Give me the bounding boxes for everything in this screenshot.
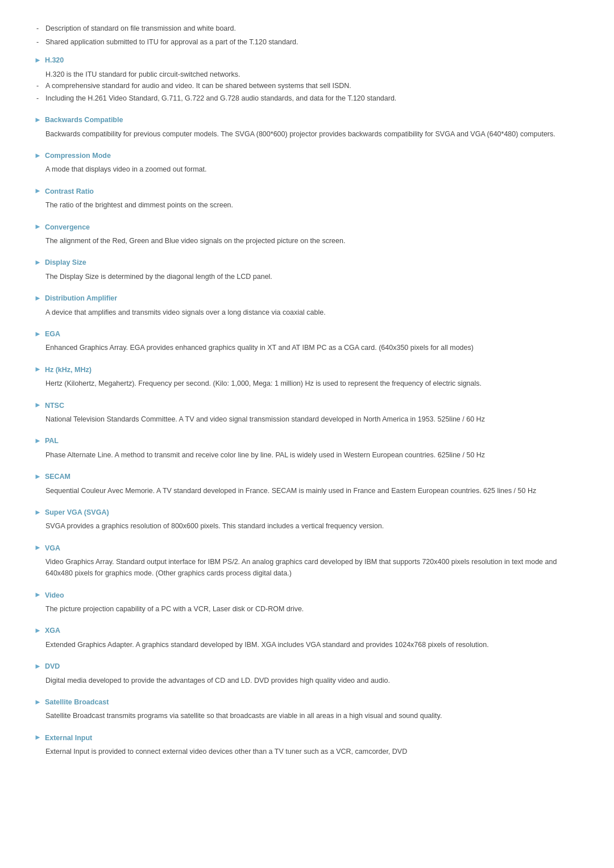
term-header-contrast-ratio: ►Contrast Ratio xyxy=(34,185,580,197)
term-title-distribution-amplifier: Distribution Amplifier xyxy=(45,293,117,304)
term-title-contrast-ratio: Contrast Ratio xyxy=(45,186,94,197)
term-block-dvd: ►DVDDigital media developed to provide t… xyxy=(34,661,580,686)
intro-bullet-1: Description of standard on file transmis… xyxy=(34,23,580,34)
term-header-ntsc: ►NTSC xyxy=(34,399,580,411)
term-desc-backwards-compatible: Backwards compatibility for previous com… xyxy=(34,128,580,140)
arrow-icon-video: ► xyxy=(34,589,42,601)
term-block-external-input: ►External InputExternal Input is provide… xyxy=(34,732,580,757)
term-header-satellite-broadcast: ►Satellite Broadcast xyxy=(34,696,580,708)
term-desc-video: The picture projection capability of a P… xyxy=(34,603,580,615)
intro-bullet-2: Shared application submitted to ITU for … xyxy=(34,36,580,48)
term-block-display-size: ►Display SizeThe Display Size is determi… xyxy=(34,257,580,282)
term-title-super-vga: Super VGA (SVGA) xyxy=(45,507,109,518)
term-title-hz: Hz (kHz, MHz) xyxy=(45,364,92,375)
term-title-video: Video xyxy=(45,590,64,601)
term-block-backwards-compatible: ►Backwards CompatibleBackwards compatibi… xyxy=(34,114,580,140)
term-desc-convergence: The alignment of the Red, Green and Blue… xyxy=(34,235,580,247)
arrow-icon-hz: ► xyxy=(34,364,42,375)
term-title-satellite-broadcast: Satellite Broadcast xyxy=(45,696,109,708)
arrow-icon-satellite-broadcast: ► xyxy=(34,696,42,708)
term-header-vga: ►VGA xyxy=(34,542,580,554)
arrow-icon-h320: ► xyxy=(34,55,42,66)
term-title-xga: XGA xyxy=(45,625,60,636)
term-title-convergence: Convergence xyxy=(45,222,90,233)
term-header-secam: ►SECAM xyxy=(34,471,580,483)
term-title-dvd: DVD xyxy=(45,661,60,672)
term-desc-satellite-broadcast: Satellite Broadcast transmits programs v… xyxy=(34,710,580,721)
arrow-icon-ega: ► xyxy=(34,328,42,340)
term-block-distribution-amplifier: ►Distribution AmplifierA device that amp… xyxy=(34,293,580,318)
term-block-compression-mode: ►Compression ModeA mode that displays vi… xyxy=(34,150,580,176)
arrow-icon-ntsc: ► xyxy=(34,399,42,411)
term-title-vga: VGA xyxy=(45,542,60,554)
term-desc-xga: Extended Graphics Adapter. A graphics st… xyxy=(34,639,580,650)
term-block-vga: ►VGAVideo Graphics Array. Standard outpu… xyxy=(34,542,580,579)
term-title-ntsc: NTSC xyxy=(45,400,64,411)
arrow-icon-display-size: ► xyxy=(34,257,42,269)
term-block-xga: ►XGAExtended Graphics Adapter. A graphic… xyxy=(34,625,580,650)
arrow-icon-backwards-compatible: ► xyxy=(34,114,42,126)
term-title-h320: H.320 xyxy=(45,55,64,66)
term-block-ntsc: ►NTSCNational Television Standards Commi… xyxy=(34,399,580,425)
term-title-secam: SECAM xyxy=(45,471,70,482)
term-title-compression-mode: Compression Mode xyxy=(45,150,111,161)
term-desc-distribution-amplifier: A device that amplifies and transmits vi… xyxy=(34,307,580,318)
term-title-ega: EGA xyxy=(45,328,60,340)
term-block-secam: ►SECAMSequential Couleur Avec Memorie. A… xyxy=(34,471,580,496)
term-title-pal: PAL xyxy=(45,435,59,446)
term-block-super-vga: ►Super VGA (SVGA)SVGA provides a graphic… xyxy=(34,507,580,532)
term-desc-external-input: External Input is provided to connect ex… xyxy=(34,746,580,757)
term-title-backwards-compatible: Backwards Compatible xyxy=(45,114,123,126)
term-desc-super-vga: SVGA provides a graphics resolution of 8… xyxy=(34,520,580,532)
term-header-dvd: ►DVD xyxy=(34,661,580,673)
arrow-icon-secam: ► xyxy=(34,471,42,483)
term-block-pal: ►PALPhase Alternate Line. A method to tr… xyxy=(34,435,580,461)
term-desc-secam: Sequential Couleur Avec Memorie. A TV st… xyxy=(34,485,580,496)
term-block-ega: ►EGAEnhanced Graphics Array. EGA provide… xyxy=(34,328,580,354)
arrow-icon-external-input: ► xyxy=(34,732,42,744)
term-block-video: ►VideoThe picture projection capability … xyxy=(34,589,580,615)
term-header-compression-mode: ►Compression Mode xyxy=(34,150,580,162)
term-desc-ega: Enhanced Graphics Array. EGA provides en… xyxy=(34,342,580,353)
term-desc-compression-mode: A mode that displays video in a zoomed o… xyxy=(34,164,580,175)
term-header-pal: ►PAL xyxy=(34,435,580,447)
term-desc-contrast-ratio: The ratio of the brightest and dimmest p… xyxy=(34,199,580,211)
term-desc-pal: Phase Alternate Line. A method to transm… xyxy=(34,449,580,461)
arrow-icon-pal: ► xyxy=(34,435,42,447)
term-block-convergence: ►ConvergenceThe alignment of the Red, Gr… xyxy=(34,221,580,247)
term-header-video: ►Video xyxy=(34,589,580,601)
term-header-display-size: ►Display Size xyxy=(34,257,580,269)
term-header-external-input: ►External Input xyxy=(34,732,580,744)
arrow-icon-compression-mode: ► xyxy=(34,150,42,162)
arrow-icon-dvd: ► xyxy=(34,661,42,673)
term-header-convergence: ►Convergence xyxy=(34,221,580,233)
term-header-backwards-compatible: ►Backwards Compatible xyxy=(34,114,580,126)
term-desc-display-size: The Display Size is determined by the di… xyxy=(34,271,580,282)
term-desc-hz: Hertz (Kilohertz, Megahertz). Frequency … xyxy=(34,378,580,389)
term-block-h320: ►H.320H.320 is the ITU standard for publ… xyxy=(34,55,580,104)
arrow-icon-distribution-amplifier: ► xyxy=(34,293,42,304)
term-header-h320: ►H.320 xyxy=(34,55,580,66)
arrow-icon-super-vga: ► xyxy=(34,507,42,519)
term-sub-item-h320-1: Including the H.261 Video Standard, G.71… xyxy=(34,93,580,104)
term-title-display-size: Display Size xyxy=(45,257,86,268)
arrow-icon-vga: ► xyxy=(34,542,42,554)
term-header-xga: ►XGA xyxy=(34,625,580,637)
term-block-satellite-broadcast: ►Satellite BroadcastSatellite Broadcast … xyxy=(34,696,580,722)
term-header-distribution-amplifier: ►Distribution Amplifier xyxy=(34,293,580,304)
arrow-icon-convergence: ► xyxy=(34,221,42,233)
term-desc-vga: Video Graphics Array. Standard output in… xyxy=(34,556,580,579)
term-block-hz: ►Hz (kHz, MHz)Hertz (Kilohertz, Megahert… xyxy=(34,364,580,389)
term-header-ega: ►EGA xyxy=(34,328,580,340)
term-header-super-vga: ►Super VGA (SVGA) xyxy=(34,507,580,519)
term-title-external-input: External Input xyxy=(45,732,92,744)
term-header-hz: ►Hz (kHz, MHz) xyxy=(34,364,580,375)
term-desc-h320: H.320 is the ITU standard for public cir… xyxy=(34,69,580,80)
term-block-contrast-ratio: ►Contrast RatioThe ratio of the brightes… xyxy=(34,185,580,211)
term-desc-dvd: Digital media developed to provide the a… xyxy=(34,675,580,686)
intro-bullets: Description of standard on file transmis… xyxy=(34,23,580,48)
term-sub-item-h320-0: A comprehensive standard for audio and v… xyxy=(34,80,580,91)
arrow-icon-xga: ► xyxy=(34,625,42,637)
term-desc-ntsc: National Television Standards Committee.… xyxy=(34,414,580,425)
arrow-icon-contrast-ratio: ► xyxy=(34,185,42,197)
